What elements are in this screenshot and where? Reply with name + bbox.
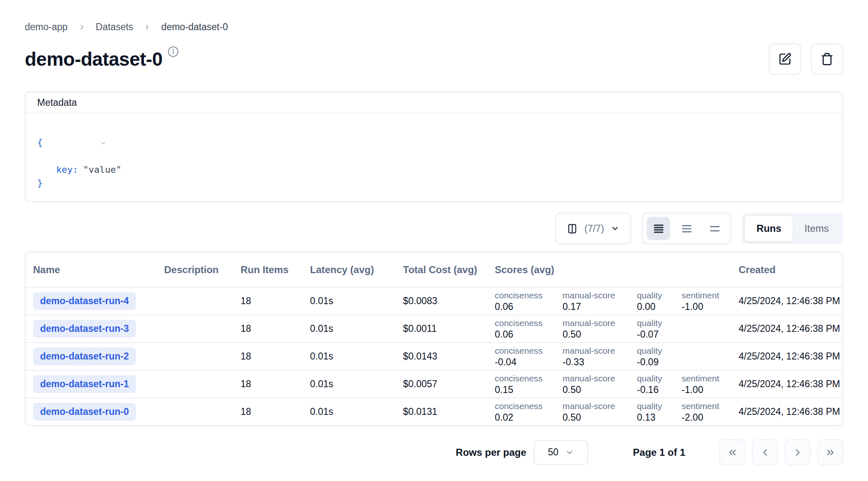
score-value: -1.00	[682, 301, 719, 312]
run-name-badge[interactable]: demo-dataset-run-0	[33, 403, 136, 421]
title-row: demo-dataset-0	[25, 43, 843, 75]
score-label: conciseness	[495, 373, 553, 384]
cell-total-cost: $0.0143	[396, 351, 487, 362]
cell-run-items: 18	[233, 379, 303, 390]
page-status: Page 1 of 1	[633, 447, 685, 458]
cell-total-cost: $0.0083	[396, 295, 487, 307]
run-name-badge[interactable]: demo-dataset-run-1	[33, 375, 136, 393]
rows-per-page-value: 50	[548, 447, 558, 458]
cell-created: 4/25/2024, 12:46:38 PM	[731, 379, 842, 390]
cell-scores: conciseness0.15manual-score0.50quality-0…	[487, 373, 731, 395]
score-value: -0.07	[637, 329, 672, 340]
chevrons-right-icon	[825, 447, 836, 458]
score-item: manual-score0.50	[563, 373, 627, 395]
score-value: 0.02	[495, 412, 553, 423]
info-icon[interactable]	[167, 46, 179, 59]
table-header-row: Name Description Run Items Latency (avg)…	[26, 252, 842, 287]
previous-page-button[interactable]	[752, 439, 778, 465]
column-visibility-selector[interactable]: (7/7)	[555, 213, 631, 244]
score-value: 0.00	[637, 301, 672, 312]
json-value: "value"	[83, 163, 122, 176]
rows-per-page-label: Rows per page	[456, 447, 527, 458]
run-name-badge[interactable]: demo-dataset-run-4	[33, 292, 136, 310]
cell-run-items: 18	[233, 406, 303, 417]
table-row: demo-dataset-run-4 18 0.01s $0.0083 conc…	[26, 287, 842, 314]
score-item: conciseness0.06	[495, 290, 553, 312]
score-value: 0.50	[563, 329, 627, 340]
rows-per-page-select[interactable]: 50	[534, 440, 588, 465]
cell-created: 4/25/2024, 12:46:38 PM	[731, 323, 842, 334]
score-value: 0.06	[495, 329, 553, 340]
cell-name: demo-dataset-run-3	[26, 320, 157, 338]
json-close-brace: }	[37, 176, 43, 190]
table-body: demo-dataset-run-4 18 0.01s $0.0083 conc…	[26, 287, 842, 425]
score-value: -0.09	[637, 356, 672, 368]
score-item: conciseness0.06	[495, 318, 553, 340]
cell-run-items: 18	[233, 295, 303, 307]
cell-total-cost: $0.0057	[396, 379, 487, 390]
score-value: -2.00	[682, 412, 719, 423]
score-value: 0.13	[637, 412, 672, 423]
score-item: quality0.00	[637, 290, 672, 312]
column-header-run-items: Run Items	[233, 264, 303, 276]
score-label: quality	[637, 345, 672, 356]
score-label: conciseness	[495, 318, 553, 329]
cell-scores: conciseness0.02manual-score0.50quality0.…	[487, 401, 731, 423]
score-item: manual-score0.17	[563, 290, 627, 312]
edit-pencil-icon	[778, 52, 792, 66]
score-label: sentiment	[682, 373, 719, 384]
score-item: conciseness-0.04	[495, 345, 553, 368]
table-row: demo-dataset-run-0 18 0.01s $0.0131 conc…	[26, 398, 842, 425]
score-value: -0.16	[637, 384, 672, 395]
score-label: sentiment	[682, 401, 719, 412]
cell-scores: conciseness0.06manual-score0.50quality-0…	[487, 318, 731, 340]
row-height-small-button[interactable]	[647, 217, 670, 240]
cell-total-cost: $0.0011	[396, 323, 487, 334]
cell-latency: 0.01s	[303, 379, 396, 390]
row-height-medium-button[interactable]	[675, 217, 698, 240]
breadcrumb-item-project[interactable]: demo-app	[25, 21, 68, 33]
breadcrumb-item-datasets[interactable]: Datasets	[96, 21, 134, 33]
score-item: sentiment-2.00	[682, 401, 719, 423]
dataset-detail-page: demo-app Datasets demo-dataset-0 demo-da…	[0, 0, 868, 481]
tab-items[interactable]: Items	[793, 216, 840, 241]
run-name-badge[interactable]: demo-dataset-run-2	[33, 348, 136, 365]
edit-dataset-button[interactable]	[769, 43, 801, 75]
delete-dataset-button[interactable]	[811, 43, 843, 75]
page-title: demo-dataset-0	[25, 43, 162, 75]
score-value: -0.04	[495, 356, 553, 368]
cell-created: 4/25/2024, 12:46:38 PM	[731, 406, 842, 417]
next-page-button[interactable]	[785, 439, 811, 465]
chevron-right-icon	[144, 24, 150, 31]
view-tabs: Runs Items	[742, 213, 843, 244]
pagination-nav	[719, 439, 843, 465]
column-header-latency: Latency (avg)	[303, 264, 396, 276]
score-value: 0.17	[563, 301, 627, 312]
table-row: demo-dataset-run-1 18 0.01s $0.0057 conc…	[26, 370, 842, 398]
cell-created: 4/25/2024, 12:46:38 PM	[731, 295, 842, 307]
breadcrumb: demo-app Datasets demo-dataset-0	[25, 21, 843, 33]
cell-name: demo-dataset-run-1	[26, 375, 157, 393]
score-label: manual-score	[563, 401, 627, 412]
score-item: quality-0.07	[637, 318, 672, 340]
chevron-down-icon	[565, 448, 574, 457]
row-height-large-button[interactable]	[703, 217, 726, 240]
score-item: quality-0.16	[637, 373, 672, 395]
chevron-right-icon	[79, 24, 85, 31]
trash-icon	[820, 52, 834, 66]
column-header-scores: Scores (avg)	[487, 264, 731, 276]
last-page-button[interactable]	[817, 439, 843, 465]
title-actions	[769, 43, 843, 75]
score-item: sentiment-1.00	[682, 290, 719, 312]
tab-runs[interactable]: Runs	[745, 216, 793, 241]
score-label: quality	[637, 401, 672, 412]
first-page-button[interactable]	[719, 439, 745, 465]
json-open-brace: {	[37, 136, 43, 149]
column-header-created: Created	[731, 264, 842, 276]
score-item: manual-score0.50	[563, 318, 627, 340]
json-collapse-chevron-icon[interactable]	[45, 124, 106, 163]
score-label: manual-score	[563, 290, 627, 301]
score-item: conciseness0.15	[495, 373, 553, 395]
run-name-badge[interactable]: demo-dataset-run-3	[33, 320, 136, 338]
score-label: manual-score	[563, 373, 627, 384]
